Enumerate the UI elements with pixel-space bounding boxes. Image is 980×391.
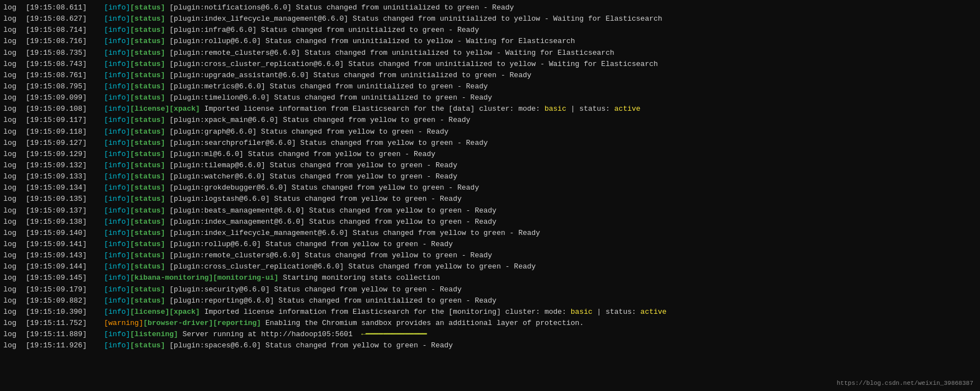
tag-keyword: [status] xyxy=(130,229,165,237)
log-message: Imported license information from Elasti… xyxy=(204,307,666,318)
log-time: [19:15:09.144] xyxy=(26,261,104,272)
log-space xyxy=(165,239,169,250)
tag-keyword: [status] xyxy=(130,82,165,91)
log-tags: [info][status] xyxy=(104,25,165,36)
log-type: log xyxy=(3,228,26,239)
log-space xyxy=(165,48,169,59)
log-type: log xyxy=(3,160,26,171)
tag-level: [info] xyxy=(104,206,130,215)
log-space xyxy=(165,228,169,239)
log-line: log [19:15:09.099] [info][status] [plugi… xyxy=(3,92,977,103)
tag-level: [info] xyxy=(104,15,130,23)
keyword-basic: basic xyxy=(571,308,593,316)
tag-keyword: [status] xyxy=(130,60,165,68)
log-type: log xyxy=(3,13,26,25)
tag-keyword: [license] xyxy=(130,308,169,316)
log-tags: [info][status] xyxy=(104,70,165,81)
log-type: log xyxy=(3,115,26,126)
log-message: Enabling the Chromium sandbox provides a… xyxy=(266,318,584,329)
log-time: [19:15:08.761] xyxy=(26,70,104,81)
log-tags: [info][status] xyxy=(104,48,165,59)
log-message: [plugin:upgrade_assistant@6.6.0] Status … xyxy=(169,70,532,81)
log-message: [plugin:graph@6.6.0] Status changed from… xyxy=(169,126,448,138)
log-tags: [info][status] xyxy=(104,36,165,47)
log-message: [plugin:remote_clusters@6.6.0] Status ch… xyxy=(169,250,492,261)
log-time: [19:15:09.145] xyxy=(26,272,104,284)
tag-level: [info] xyxy=(104,195,130,203)
tag-level: [info] xyxy=(104,308,130,316)
log-type: log xyxy=(3,149,26,160)
log-message: [plugin:watcher@6.6.0] Status changed fr… xyxy=(169,171,457,182)
log-type: log xyxy=(3,340,26,351)
log-message: [plugin:index_management@6.6.0] Status c… xyxy=(169,216,496,228)
log-message: [plugin:index_lifecycle_management@6.6.0… xyxy=(169,13,662,25)
log-time: [19:15:09.179] xyxy=(26,284,104,295)
log-space xyxy=(165,216,169,228)
log-message: [plugin:infra@6.6.0] Status changed from… xyxy=(169,25,479,36)
log-line: log [19:15:09.108] [info][license][xpack… xyxy=(3,103,977,115)
tag-keyword: [status] xyxy=(130,93,165,102)
log-tags: [warning][browser-driver][reporting] xyxy=(104,318,261,329)
log-space xyxy=(165,2,169,13)
log-line: log [19:15:11.889] [info][listening] Ser… xyxy=(3,329,977,340)
log-message: Starting monitoring stats collection xyxy=(283,272,440,284)
log-line: log [19:15:09.145] [info][kibana-monitor… xyxy=(3,272,977,284)
tag-level: [info] xyxy=(104,128,130,136)
log-line: log [19:15:08.795] [info][status] [plugi… xyxy=(3,81,977,92)
log-message: [plugin:logstash@6.6.0] Status changed f… xyxy=(169,194,462,205)
tag-keyword: [status] xyxy=(130,116,165,124)
log-time: [19:15:09.882] xyxy=(26,295,104,307)
log-tags: [info][status] xyxy=(104,216,165,228)
tag-level: [info] xyxy=(104,172,130,181)
log-space xyxy=(165,160,169,171)
tag-keyword: [listening] xyxy=(130,330,178,338)
log-type: log xyxy=(3,295,26,307)
log-space xyxy=(278,272,283,284)
log-time: [19:15:09.117] xyxy=(26,115,104,126)
log-time: [19:15:09.099] xyxy=(26,92,104,103)
tag-level: [info] xyxy=(104,139,130,147)
log-time: [19:15:08.611] xyxy=(26,2,104,13)
log-line: log [19:15:09.134] [info][status] [plugi… xyxy=(3,182,977,194)
tag-level: [info] xyxy=(104,296,130,305)
log-line: log [19:15:09.129] [info][status] [plugi… xyxy=(3,149,977,160)
log-space xyxy=(165,284,169,295)
log-space xyxy=(165,115,169,126)
log-space xyxy=(165,250,169,261)
log-space xyxy=(178,329,183,340)
log-type: log xyxy=(3,25,26,36)
log-type: log xyxy=(3,318,26,329)
log-time: [19:15:11.926] xyxy=(26,340,104,351)
log-time: [19:15:08.714] xyxy=(26,25,104,36)
tag-keyword: [status] xyxy=(130,183,165,192)
log-message: [plugin:timelion@6.6.0] Status changed f… xyxy=(169,92,492,103)
log-message: [plugin:ml@6.6.0] Status changed from ye… xyxy=(169,149,435,160)
log-type: log xyxy=(3,329,26,340)
log-line: log [19:15:09.127] [info][status] [plugi… xyxy=(3,138,977,149)
log-time: [19:15:09.137] xyxy=(26,205,104,216)
log-time: [19:15:08.795] xyxy=(26,81,104,92)
log-space xyxy=(165,13,169,25)
log-message: Server running at http://hadoop105:5601 xyxy=(182,329,352,340)
log-message: [plugin:index_lifecycle_management@6.6.0… xyxy=(169,228,540,239)
log-line: log [19:15:09.179] [info][status] [plugi… xyxy=(3,284,977,295)
log-space xyxy=(165,126,169,138)
keyword-basic: basic xyxy=(545,105,566,113)
log-line: log [19:15:09.882] [info][status] [plugi… xyxy=(3,295,977,307)
log-tags: [info][status] xyxy=(104,160,165,171)
log-message: [plugin:beats_management@6.6.0] Status c… xyxy=(169,205,496,216)
log-space xyxy=(165,25,169,36)
tag-keyword: [status] xyxy=(130,296,165,305)
log-tags: [info][status] xyxy=(104,92,165,103)
log-time: [19:15:09.140] xyxy=(26,228,104,239)
log-message: [plugin:xpack_main@6.6.0] Status changed… xyxy=(169,115,470,126)
tag-keyword: [status] xyxy=(130,262,165,271)
log-line: log [19:15:09.144] [info][status] [plugi… xyxy=(3,261,977,272)
tag-level: [info] xyxy=(104,49,130,57)
log-line: log [19:15:09.135] [info][status] [plugi… xyxy=(3,194,977,205)
log-tags: [info][status] xyxy=(104,13,165,25)
tag-keyword: [status] xyxy=(130,26,165,34)
log-space xyxy=(165,36,169,47)
log-line: log [19:15:08.743] [info][status] [plugi… xyxy=(3,59,977,70)
tag-keyword: [browser-driver] xyxy=(143,319,213,327)
